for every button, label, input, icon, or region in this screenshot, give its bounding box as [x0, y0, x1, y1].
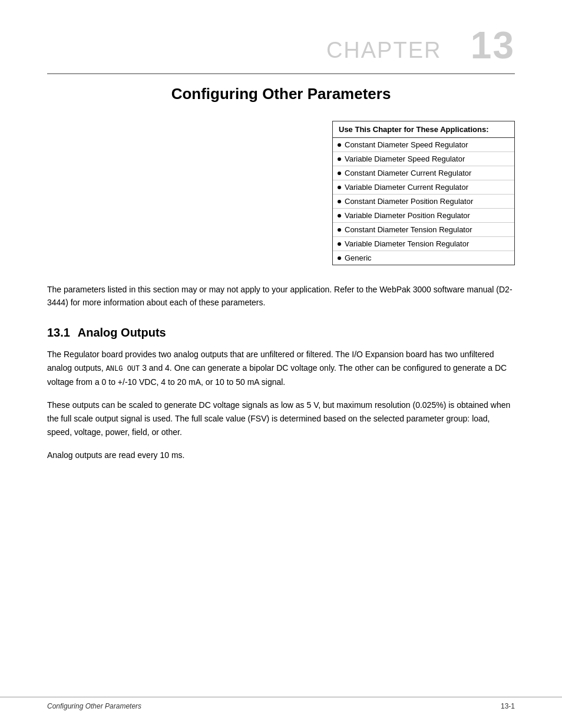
left-space — [47, 121, 315, 265]
list-item: Variable Diameter Position Regulator — [333, 209, 514, 223]
section-number: 13.1 — [47, 326, 70, 339]
body-paragraph-3: Analog outputs are read every 10 ms. — [47, 449, 515, 462]
mono-text: ANLG OUT — [106, 365, 140, 373]
list-item: Constant Diameter Tension Regulator — [333, 223, 514, 237]
applications-list: Constant Diameter Speed Regulator Variab… — [333, 138, 514, 265]
bullet-icon — [338, 256, 341, 260]
bullet-icon — [338, 143, 341, 147]
applications-box: Use This Chapter for These Applications:… — [332, 121, 515, 265]
page-footer: Configuring Other Parameters 13-1 — [0, 697, 562, 710]
list-item: Constant Diameter Position Regulator — [333, 195, 514, 209]
chapter-label: Chapter 13 — [326, 31, 515, 65]
chapter-title: Configuring Other Parameters — [47, 85, 515, 103]
chapter-word: Chapter — [326, 38, 442, 62]
content-row: Use This Chapter for These Applications:… — [47, 121, 515, 265]
bullet-icon — [338, 200, 341, 203]
bullet-icon — [338, 242, 341, 246]
bullet-icon — [338, 186, 341, 189]
intro-text: The parameters listed in this section ma… — [47, 283, 515, 309]
list-item: Constant Diameter Speed Regulator — [333, 138, 514, 152]
footer-page-number: 13-1 — [501, 702, 515, 710]
list-item: Variable Diameter Current Regulator — [333, 180, 514, 195]
bullet-icon — [338, 172, 341, 175]
list-item: Constant Diameter Current Regulator — [333, 166, 514, 180]
body-paragraph-1: The Regulator board provides two analog … — [47, 348, 515, 389]
page: Chapter 13 Configuring Other Parameters … — [0, 0, 562, 728]
box-header: Use This Chapter for These Applications: — [333, 121, 514, 138]
list-item: Variable Diameter Speed Regulator — [333, 152, 514, 166]
chapter-header: Chapter 13 — [47, 24, 515, 74]
footer-title: Configuring Other Parameters — [47, 702, 141, 710]
bullet-icon — [338, 228, 341, 232]
list-item: Variable Diameter Tension Regulator — [333, 237, 514, 251]
section-title: Analog Outputs — [78, 326, 166, 339]
chapter-number: 13 — [471, 24, 515, 67]
section-heading: 13.1 Analog Outputs — [47, 326, 515, 340]
body-paragraph-2: These outputs can be scaled to generate … — [47, 398, 515, 439]
list-item: Generic — [333, 251, 514, 265]
page-content: Chapter 13 Configuring Other Parameters … — [0, 0, 562, 507]
bullet-icon — [338, 214, 341, 218]
bullet-icon — [338, 157, 341, 161]
